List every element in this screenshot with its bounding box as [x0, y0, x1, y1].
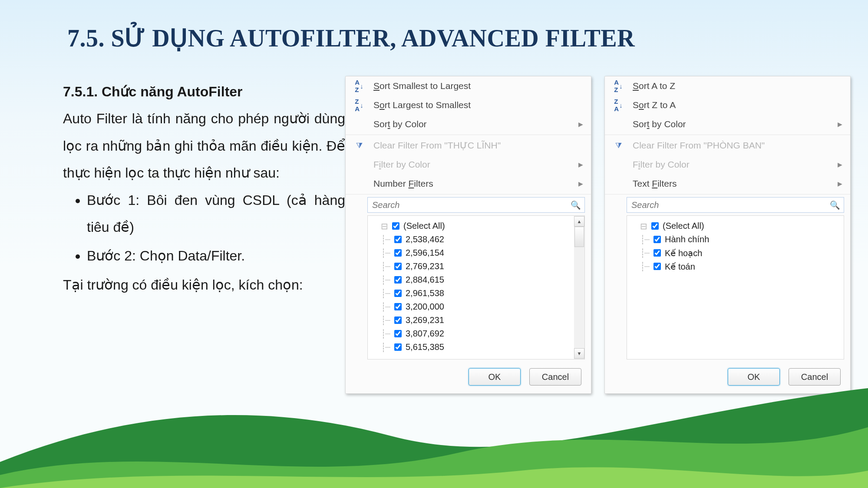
- separator: [346, 194, 591, 195]
- filter-value-checkbox[interactable]: [651, 222, 659, 230]
- filter-value-checkbox[interactable]: [653, 249, 661, 257]
- filter-value-checkbox[interactable]: [653, 236, 661, 243]
- tree-connector-icon: ┊┈: [381, 329, 389, 339]
- filter-value-label: 3,807,692: [406, 329, 444, 339]
- filter-value-label: 3,200,000: [406, 302, 444, 312]
- tree-connector-icon: ┊┈: [381, 261, 389, 272]
- bullet-item: Bước 2: Chọn Data/Filter.: [87, 242, 345, 269]
- filter-search[interactable]: 🔍: [367, 197, 585, 213]
- filter-value-checkbox[interactable]: [394, 343, 402, 351]
- search-icon: 🔍: [830, 200, 840, 210]
- filter-value-checkbox[interactable]: [394, 276, 402, 284]
- sort-ascending[interactable]: AZ↓ Sort Smallest to Largest: [346, 76, 591, 96]
- filter-value-item[interactable]: ┊┈Kế toán: [640, 260, 832, 273]
- sort-by-color-label: Sort by Color: [633, 119, 832, 129]
- number-filters[interactable]: Number Filters ▶: [346, 174, 591, 193]
- submenu-arrow-icon: ▶: [838, 180, 842, 187]
- clear-filter-icon: ⧩: [351, 141, 367, 150]
- filter-value-checkbox[interactable]: [653, 263, 661, 270]
- filter-value-label: 2,538,462: [406, 234, 444, 244]
- slide-title: 7.5. SỬ DỤNG AUTOFILTER, ADVANCED FILTER: [67, 24, 635, 52]
- filter-value-label: 3,269,231: [406, 315, 444, 325]
- submenu-arrow-icon: ▶: [578, 180, 583, 187]
- filter-value-item[interactable]: ┊┈2,596,154: [381, 246, 572, 260]
- filter-value-checkbox[interactable]: [392, 222, 399, 230]
- sort-desc-icon: ZA↓: [351, 98, 367, 112]
- tree-connector-icon: ┊┈: [381, 275, 389, 285]
- filter-value-item[interactable]: ┊┈3,200,000: [381, 300, 572, 313]
- clear-filter-icon: ⧩: [610, 141, 627, 150]
- filter-value-label: 2,961,538: [406, 288, 444, 298]
- filter-values-list: ⊟(Select All)┊┈Hành chính┊┈Kế hoạch┊┈Kế …: [627, 215, 844, 359]
- scroll-thumb[interactable]: [574, 227, 584, 247]
- submenu-arrow-icon: ▶: [578, 121, 583, 128]
- filter-value-checkbox[interactable]: [394, 263, 402, 270]
- sort-by-color[interactable]: Sort by Color ▶: [346, 115, 591, 134]
- filter-value-item[interactable]: ┊┈2,961,538: [381, 287, 572, 300]
- filter-search-input[interactable]: [371, 200, 571, 211]
- clear-filter: ⧩ Clear Filter From "PHÒNG BAN": [605, 136, 850, 155]
- sort-descending[interactable]: ZA↓ Sort Largest to Smallest: [346, 96, 591, 115]
- sort-by-color-label: Sort by Color: [373, 119, 572, 129]
- filter-values-inner[interactable]: ⊟(Select All)┊┈2,538,462┊┈2,596,154┊┈2,7…: [368, 216, 574, 359]
- filter-value-label: Kế hoạch: [665, 248, 702, 258]
- sort-desc-label: Sort Z to A: [633, 100, 842, 110]
- filter-value-item[interactable]: ┊┈Kế hoạch: [640, 246, 832, 260]
- submenu-arrow-icon: ▶: [578, 161, 583, 168]
- text-filters[interactable]: Text Filters ▶: [605, 174, 850, 193]
- filter-value-item[interactable]: ⊟(Select All): [640, 219, 832, 233]
- filter-values-list: ⊟(Select All)┊┈2,538,462┊┈2,596,154┊┈2,7…: [367, 215, 585, 359]
- filter-value-item[interactable]: ┊┈2,884,615: [381, 273, 572, 287]
- filter-by-color-label: Filter by Color: [633, 159, 832, 170]
- filter-by-color: Filter by Color ▶: [605, 155, 850, 174]
- filter-value-checkbox[interactable]: [394, 303, 402, 310]
- filter-value-label: Kế toán: [665, 261, 695, 272]
- filter-search-input[interactable]: [630, 200, 830, 211]
- tree-connector-icon: ⊟: [640, 221, 647, 231]
- filter-value-label: 2,596,154: [406, 248, 444, 258]
- filter-value-item[interactable]: ⊟(Select All): [381, 219, 572, 233]
- submenu-arrow-icon: ▶: [838, 161, 842, 168]
- sort-asc-icon: AZ↓: [610, 79, 627, 93]
- tree-connector-icon: ┊┈: [381, 248, 389, 258]
- filter-value-checkbox[interactable]: [394, 249, 402, 257]
- sort-ascending[interactable]: AZ↓ Sort A to Z: [605, 76, 850, 96]
- filter-value-item[interactable]: ┊┈Hành chính: [640, 233, 832, 246]
- filter-value-checkbox[interactable]: [394, 330, 402, 337]
- clear-filter-label: Clear Filter From "THỰC LĨNH": [373, 140, 583, 151]
- filter-value-checkbox[interactable]: [394, 317, 402, 324]
- filter-value-label: (Select All): [403, 221, 445, 231]
- filter-value-item[interactable]: ┊┈2,538,462: [381, 233, 572, 246]
- separator: [605, 135, 850, 135]
- filter-value-item[interactable]: ┊┈3,807,692: [381, 327, 572, 340]
- paragraph-1: Auto Filter là tính năng cho phép người …: [63, 105, 345, 186]
- tree-connector-icon: ┊┈: [381, 302, 389, 312]
- autofilter-dropdown-text: AZ↓ Sort A to Z ZA↓ Sort Z to A Sort by …: [604, 76, 851, 394]
- filter-value-item[interactable]: ┊┈2,769,231: [381, 260, 572, 273]
- scroll-up-button[interactable]: ▲: [574, 216, 584, 227]
- tree-connector-icon: ┊┈: [381, 315, 389, 326]
- submenu-arrow-icon: ▶: [838, 121, 842, 128]
- filter-value-item[interactable]: ┊┈5,615,385: [381, 340, 572, 354]
- search-icon: 🔍: [571, 200, 581, 210]
- filter-value-checkbox[interactable]: [394, 290, 402, 297]
- filter-value-item[interactable]: ┊┈3,269,231: [381, 313, 572, 327]
- autofilter-dropdown-number: AZ↓ Sort Smallest to Largest ZA↓ Sort La…: [345, 76, 591, 394]
- filter-values-inner[interactable]: ⊟(Select All)┊┈Hành chính┊┈Kế hoạch┊┈Kế …: [627, 216, 833, 359]
- scrollbar[interactable]: ▲ ▼: [574, 216, 584, 359]
- filter-value-checkbox[interactable]: [394, 236, 402, 243]
- filter-search[interactable]: 🔍: [627, 197, 844, 213]
- filter-by-color: Filter by Color ▶: [346, 155, 591, 174]
- filter-value-label: 2,884,615: [406, 275, 444, 285]
- clear-filter: ⧩ Clear Filter From "THỰC LĨNH": [346, 136, 591, 155]
- sort-descending[interactable]: ZA↓ Sort Z to A: [605, 96, 850, 115]
- sort-by-color[interactable]: Sort by Color ▶: [605, 115, 850, 134]
- tree-connector-icon: ⊟: [381, 221, 387, 231]
- filter-value-label: (Select All): [663, 221, 704, 231]
- scroll-down-button[interactable]: ▼: [574, 348, 584, 359]
- clear-filter-label: Clear Filter From "PHÒNG BAN": [633, 140, 842, 151]
- filter-value-label: Hành chính: [665, 234, 709, 244]
- filter-value-label: 2,769,231: [406, 261, 444, 271]
- tree-connector-icon: ┊┈: [381, 288, 389, 299]
- sort-desc-label: Sort Largest to Smallest: [373, 100, 583, 110]
